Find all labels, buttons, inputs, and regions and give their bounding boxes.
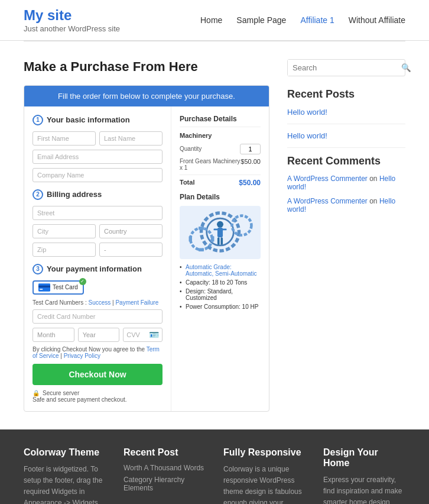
agree-text: By clicking Checkout Now you agree to th… bbox=[32, 346, 162, 359]
site-header: My site Just another WordPress site Home… bbox=[0, 0, 429, 41]
section-divider bbox=[287, 147, 405, 148]
checkout-header-banner: Fill the order form below to complete yo… bbox=[24, 86, 269, 106]
content-area: Make a Purchase From Here Fill the order… bbox=[24, 59, 269, 412]
email-row bbox=[32, 150, 162, 164]
product-desc: Front Gears Machinery x 1 bbox=[180, 158, 240, 171]
svg-rect-9 bbox=[199, 227, 204, 230]
checkout-body: 1 Your basic information bbox=[24, 106, 269, 411]
card-check-icon: ✓ bbox=[79, 278, 86, 285]
svg-rect-2 bbox=[40, 289, 43, 290]
city-input[interactable] bbox=[32, 224, 96, 238]
billing-section: 2 Billing address Country bbox=[32, 189, 162, 257]
feature-1-link[interactable]: Automatic Grade: Automatic, Semi-Automat… bbox=[186, 264, 257, 277]
page-title: Make a Purchase From Here bbox=[24, 59, 269, 75]
year-select[interactable]: Year bbox=[78, 328, 120, 342]
payment-section: 3 Your payment information Test Card bbox=[32, 264, 162, 403]
success-link[interactable]: Success bbox=[88, 299, 110, 306]
checkout-button[interactable]: Checkout Now bbox=[32, 364, 162, 385]
lock-icon: 🔒 bbox=[32, 390, 40, 396]
product-price: $50.00 bbox=[240, 158, 261, 171]
cvv-wrapper: 🪪 bbox=[123, 328, 162, 342]
zip-input[interactable] bbox=[32, 243, 96, 257]
machinery-image bbox=[180, 206, 261, 259]
step1-circle: 1 bbox=[32, 115, 43, 125]
step3-circle: 3 bbox=[32, 264, 43, 274]
qty-input[interactable] bbox=[240, 144, 261, 154]
feature-4: Power Consumption: 10 HP bbox=[180, 303, 261, 310]
recent-comments-title: Recent Comments bbox=[287, 155, 405, 167]
feature-1: Automatic Grade: Automatic, Semi-Automat… bbox=[180, 264, 261, 277]
cc-input[interactable] bbox=[32, 309, 162, 324]
purchase-title: Purchase Details bbox=[180, 115, 261, 127]
secure-row: 🔒 Secure server bbox=[32, 390, 162, 396]
secure-sub: Safe and secure payment checkout. bbox=[32, 396, 162, 403]
recent-post-2[interactable]: Hello world! bbox=[287, 131, 405, 140]
footer-recent-post-2[interactable]: Category Hierarchy Elements bbox=[124, 476, 206, 492]
secure-label: Secure server bbox=[43, 390, 79, 396]
month-select[interactable]: Month bbox=[32, 328, 74, 342]
cvv-input[interactable] bbox=[126, 331, 147, 338]
step3-title: 3 Your payment information bbox=[32, 264, 162, 274]
privacy-link[interactable]: Privacy Policy bbox=[64, 353, 100, 359]
svg-rect-16 bbox=[220, 237, 223, 245]
first-name-input[interactable] bbox=[32, 131, 96, 146]
comment-1: A WordPress Commenter on Hello world! bbox=[287, 175, 405, 191]
svg-rect-12 bbox=[217, 228, 223, 237]
feature-2: Capacity: 18 to 20 Tons bbox=[180, 279, 261, 286]
svg-rect-15 bbox=[217, 237, 220, 245]
step1-title: 1 Your basic information bbox=[32, 115, 162, 125]
plan-features: Automatic Grade: Automatic, Semi-Automat… bbox=[180, 264, 261, 310]
feature-3: Design: Standard, Customized bbox=[180, 288, 261, 301]
svg-rect-10 bbox=[199, 248, 204, 251]
svg-rect-8 bbox=[211, 237, 214, 242]
footer: Colorway Theme Footer is widgetized. To … bbox=[0, 429, 429, 504]
footer-col2-title: Recent Post bbox=[124, 447, 206, 458]
sidebar: 🔍 Recent Posts Hello world! Hello world!… bbox=[287, 59, 405, 412]
nav-sample-page[interactable]: Sample Page bbox=[236, 15, 286, 25]
footer-col-4: Design Your Home Express your creativity… bbox=[323, 447, 405, 504]
company-row bbox=[32, 168, 162, 182]
nav-home[interactable]: Home bbox=[200, 15, 222, 25]
city-country-row: Country bbox=[32, 224, 162, 238]
comment-2-author[interactable]: A WordPress Commenter bbox=[287, 197, 368, 205]
site-branding: My site Just another WordPress site bbox=[24, 7, 120, 33]
nav-affiliate1[interactable]: Affiliate 1 bbox=[300, 15, 334, 25]
comment-1-author[interactable]: A WordPress Commenter bbox=[287, 175, 368, 183]
search-button[interactable]: 🔍 bbox=[396, 60, 416, 76]
failure-link[interactable]: Payment Failure bbox=[115, 299, 158, 306]
card-badge: Test Card ✓ bbox=[32, 280, 84, 295]
total-price: $50.00 bbox=[239, 179, 261, 187]
footer-col4-title: Design Your Home bbox=[323, 447, 405, 469]
recent-comments-section: Recent Comments A WordPress Commenter on… bbox=[287, 155, 405, 214]
main-nav: Home Sample Page Affiliate 1 Without Aff… bbox=[200, 15, 405, 25]
purchase-section: Purchase Details Machinery Quantity Fron… bbox=[171, 106, 269, 411]
search-input[interactable] bbox=[288, 60, 396, 76]
nav-without-affiliate[interactable]: Without Affiliate bbox=[349, 15, 405, 25]
company-input[interactable] bbox=[32, 168, 162, 182]
step2-circle: 2 bbox=[32, 189, 43, 200]
plan-title: Plan Details bbox=[180, 193, 261, 201]
credit-card-icon bbox=[38, 283, 50, 292]
footer-col-3: Fully Responsive Colorway is a unique re… bbox=[223, 447, 306, 504]
email-input[interactable] bbox=[32, 150, 162, 164]
step2-title: 2 Billing address bbox=[32, 189, 162, 200]
footer-recent-post-1[interactable]: Worth A Thousand Words bbox=[124, 464, 206, 472]
recent-posts-title: Recent Posts bbox=[287, 88, 405, 101]
footer-top: Colorway Theme Footer is widgetized. To … bbox=[0, 429, 429, 504]
site-title: My site bbox=[24, 7, 120, 24]
country-select[interactable]: Country bbox=[99, 224, 162, 238]
qty-label: Quantity bbox=[180, 146, 202, 152]
card-wrapper: Test Card ✓ bbox=[32, 280, 162, 295]
state-select[interactable]: - bbox=[99, 243, 162, 257]
street-input[interactable] bbox=[32, 206, 162, 220]
recent-post-1[interactable]: Hello world! bbox=[287, 108, 405, 117]
search-box: 🔍 bbox=[287, 59, 405, 76]
svg-point-11 bbox=[217, 221, 223, 228]
total-row: Total $50.00 bbox=[180, 175, 261, 187]
zip-state-row: - bbox=[32, 243, 162, 257]
last-name-input[interactable] bbox=[99, 131, 162, 146]
footer-col4-text: Express your creativity, find inspiratio… bbox=[323, 474, 405, 504]
svg-rect-13 bbox=[214, 229, 218, 231]
footer-col-1: Colorway Theme Footer is widgetized. To … bbox=[24, 447, 106, 504]
svg-rect-1 bbox=[38, 285, 50, 287]
